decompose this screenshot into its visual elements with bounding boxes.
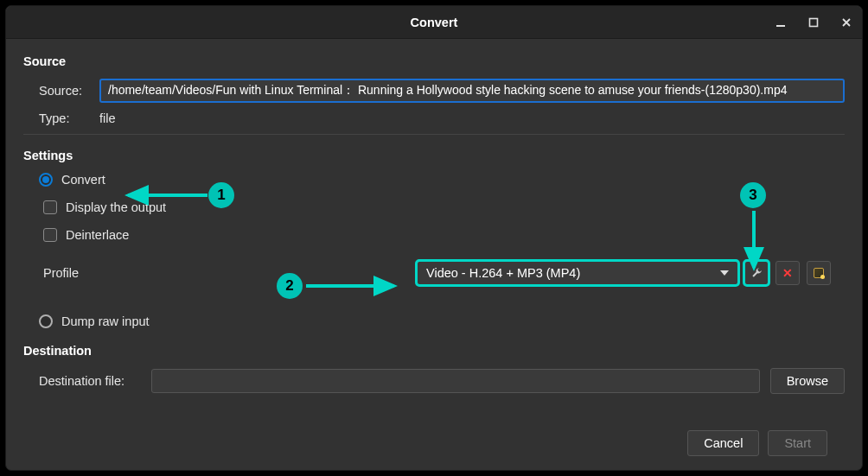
dump-raw-label: Dump raw input [61,314,150,328]
destination-file-label: Destination file: [39,374,141,388]
annotation-arrow-1 [123,187,209,204]
source-input[interactable] [99,79,845,103]
convert-dialog: Convert Source Source: Type: file Settin… [5,5,863,471]
deinterlace-label: Deinterlace [66,228,129,242]
start-button[interactable]: Start [768,430,827,456]
annotation-arrow-3 [745,209,763,273]
profile-label: Profile [43,266,92,280]
maximize-icon [808,17,819,28]
destination-file-input[interactable] [151,369,760,393]
annotation-badge-2: 2 [277,273,303,299]
type-value: file [99,111,116,125]
convert-radio-row[interactable]: Convert [39,173,845,187]
profile-row: Profile Video - H.264 + MP3 (MP4) ✕ [39,261,845,285]
annotation-arrow-2 [304,277,399,295]
maximize-button[interactable] [805,14,822,31]
dialog-footer: Cancel Start [23,418,845,470]
chevron-down-icon [720,270,729,276]
destination-heading: Destination [23,344,845,358]
deinterlace-row[interactable]: Deinterlace [43,228,845,242]
annotation-badge-3: 3 [740,182,766,208]
svg-rect-1 [810,18,818,26]
source-heading: Source [23,54,845,68]
convert-radio-label: Convert [61,173,105,187]
settings-heading: Settings [23,149,845,162]
dump-raw-row[interactable]: Dump raw input [39,314,845,328]
annotation-badge-1: 1 [208,182,234,208]
source-label: Source: [39,84,87,98]
cancel-button[interactable]: Cancel [687,430,759,456]
new-profile-button[interactable] [807,261,831,285]
close-button[interactable] [838,14,855,31]
new-profile-icon [814,268,824,278]
deinterlace-checkbox[interactable] [43,228,57,242]
type-row: Type: file [39,111,845,132]
minimize-icon [775,17,786,28]
window-title: Convert [411,16,458,29]
profile-select-value: Video - H.264 + MP3 (MP4) [426,266,580,280]
browse-button[interactable]: Browse [770,368,845,394]
divider [23,134,845,135]
close-icon [841,17,852,28]
source-row: Source: [39,79,845,103]
x-icon: ✕ [782,266,793,280]
delete-profile-button[interactable]: ✕ [775,261,800,285]
destination-row: Destination file: Browse [39,368,845,394]
display-output-checkbox[interactable] [43,200,57,214]
type-label: Type: [39,111,87,125]
profile-select[interactable]: Video - H.264 + MP3 (MP4) [417,261,738,285]
minimize-button[interactable] [772,14,789,31]
svg-rect-0 [776,25,785,27]
dump-raw-radio[interactable] [39,314,53,328]
window-controls [772,6,855,38]
titlebar: Convert [6,6,862,39]
convert-radio[interactable] [39,173,53,187]
